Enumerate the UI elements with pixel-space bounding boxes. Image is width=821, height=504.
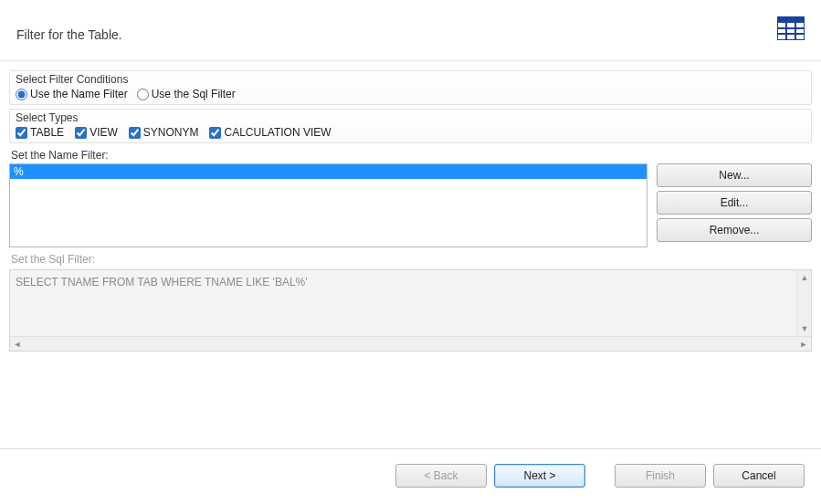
sql-scrollbar-vertical[interactable]: ▲ ▼ (796, 270, 811, 336)
next-button[interactable]: Next > (494, 464, 585, 488)
dialog-header: Filter for the Table. (0, 0, 821, 60)
name-filter-label: Set the Name Filter: (11, 149, 812, 162)
radio-name-filter-label[interactable]: Use the Name Filter (16, 88, 128, 100)
checkbox-view-text: VIEW (89, 126, 118, 139)
checkbox-calcview[interactable] (209, 127, 221, 139)
filter-conditions-group: Select Filter Conditions Use the Name Fi… (9, 70, 812, 105)
radio-name-filter-text: Use the Name Filter (30, 88, 128, 100)
radio-name-filter[interactable] (16, 89, 27, 100)
sql-filter-text: SELECT TNAME FROM TAB WHERE TNAME LIKE '… (10, 270, 811, 336)
finish-button: Finish (615, 464, 706, 488)
table-icon (777, 16, 805, 40)
scroll-up-icon[interactable]: ▲ (797, 270, 812, 285)
scroll-right-icon[interactable]: ► (796, 337, 811, 352)
checkbox-synonym-label[interactable]: SYNONYM (129, 126, 199, 139)
checkbox-synonym[interactable] (129, 127, 141, 139)
sql-scrollbar-horizontal[interactable]: ◄ ► (10, 336, 811, 351)
checkbox-table[interactable] (16, 127, 27, 139)
checkbox-view[interactable] (75, 127, 87, 139)
radio-sql-filter-label[interactable]: Use the Sql Filter (137, 88, 236, 100)
checkbox-calcview-label[interactable]: CALCULATION VIEW (209, 126, 331, 139)
filter-conditions-radios: Use the Name Filter Use the Sql Filter (16, 88, 805, 100)
name-filter-row: % New... Edit... Remove... (9, 163, 812, 247)
checkbox-table-label[interactable]: TABLE (16, 126, 64, 139)
edit-button[interactable]: Edit... (657, 191, 812, 215)
new-button[interactable]: New... (657, 163, 812, 187)
name-filter-listbox[interactable]: % (9, 163, 647, 247)
radio-sql-filter-text: Use the Sql Filter (152, 88, 236, 100)
scroll-down-icon[interactable]: ▼ (797, 321, 812, 336)
scroll-left-icon[interactable]: ◄ (10, 337, 25, 352)
page-title: Filter for the Table. (16, 27, 122, 42)
types-title: Select Types (16, 111, 805, 124)
back-button: < Back (395, 464, 487, 488)
remove-button[interactable]: Remove... (657, 218, 812, 242)
checkbox-synonym-text: SYNONYM (143, 126, 199, 139)
types-group: Select Types TABLEVIEWSYNONYMCALCULATION… (9, 109, 812, 143)
types-checkboxes: TABLEVIEWSYNONYMCALCULATION VIEW (16, 126, 805, 139)
name-filter-buttons: New... Edit... Remove... (657, 163, 812, 247)
filter-conditions-title: Select Filter Conditions (16, 73, 805, 86)
main-panel: Select Filter Conditions Use the Name Fi… (0, 61, 821, 448)
checkbox-table-text: TABLE (30, 126, 64, 139)
radio-sql-filter[interactable] (137, 89, 149, 100)
checkbox-view-label[interactable]: VIEW (75, 126, 118, 139)
cancel-button[interactable]: Cancel (713, 464, 805, 488)
checkbox-calcview-text: CALCULATION VIEW (224, 126, 331, 139)
footer-gap (593, 464, 607, 488)
name-filter-item[interactable]: % (10, 164, 647, 179)
wizard-footer: < Back Next > Finish Cancel (0, 448, 821, 504)
svg-rect-1 (777, 16, 805, 23)
sql-filter-label: Set the Sql Filter: (11, 253, 812, 266)
sql-filter-box: SELECT TNAME FROM TAB WHERE TNAME LIKE '… (9, 269, 812, 352)
